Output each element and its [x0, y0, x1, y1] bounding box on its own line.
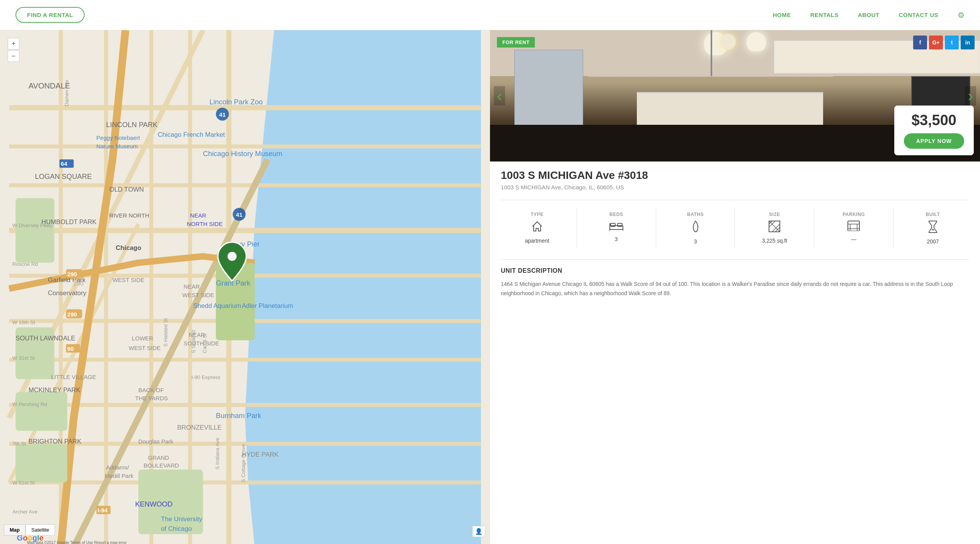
- settings-icon[interactable]: ⚙: [958, 10, 965, 20]
- svg-text:LOGAN SQUARE: LOGAN SQUARE: [35, 172, 92, 180]
- map-panel: AVONDALE LOGAN SQUARE HUMBOLDT PARK Garf…: [0, 30, 490, 544]
- svg-text:S Halsted St: S Halsted St: [163, 318, 168, 347]
- navigation: HOME RENTALS ABOUT CONTACT US ⚙: [773, 10, 965, 20]
- svg-text:NEAR: NEAR: [190, 212, 206, 219]
- header: FIND A RENTAL HOME RENTALS ABOUT CONTACT…: [0, 0, 980, 30]
- svg-text:Peggy Notebaert: Peggy Notebaert: [96, 134, 140, 141]
- svg-text:Roscoe Rd: Roscoe Rd: [12, 261, 38, 267]
- apply-now-button[interactable]: APPLY NOW: [904, 133, 964, 149]
- map-footer: Map data ©2017 Google Terms of Use Repor…: [27, 541, 127, 544]
- stats-row: TYPE apartment BEDS: [490, 200, 980, 256]
- listing-image-wrap: FOR RENT f G+ t in ‹ › $3,500 APPLY NOW: [490, 30, 980, 162]
- find-rental-button[interactable]: FIND A RENTAL: [15, 7, 85, 23]
- description-title: UNIT DESCRIPTION: [501, 267, 969, 274]
- stat-beds: BEDS 3: [577, 208, 656, 248]
- home-icon: [531, 220, 543, 235]
- svg-text:I-94: I-94: [98, 507, 108, 513]
- stat-built-value: 2007: [927, 238, 939, 245]
- stat-size: SIZE 3,225 sq.ft: [735, 208, 814, 248]
- zoom-out-button[interactable]: −: [8, 50, 19, 62]
- svg-rect-22: [15, 444, 67, 482]
- svg-text:Lincoln Park Zoo: Lincoln Park Zoo: [209, 98, 263, 106]
- svg-rect-20: [15, 198, 54, 263]
- svg-text:WEST SIDE: WEST SIDE: [112, 277, 145, 283]
- svg-text:W Pershing Rd: W Pershing Rd: [12, 401, 47, 407]
- googleplus-button[interactable]: G+: [929, 36, 943, 49]
- svg-text:Nature Museum: Nature Museum: [96, 143, 138, 150]
- stat-baths-value: 3: [694, 238, 697, 245]
- stat-type: TYPE apartment: [498, 208, 577, 248]
- svg-text:7th St: 7th St: [12, 441, 26, 447]
- bath-icon: [690, 220, 701, 235]
- svg-text:of Chicago: of Chicago: [161, 525, 192, 532]
- map-container[interactable]: AVONDALE LOGAN SQUARE HUMBOLDT PARK Garf…: [0, 30, 490, 544]
- svg-text:NORTH SIDE: NORTH SIDE: [187, 221, 223, 227]
- svg-text:WEST SIDE: WEST SIDE: [129, 345, 161, 351]
- svg-text:KENWOOD: KENWOOD: [135, 500, 173, 508]
- svg-text:Douglas Park: Douglas Park: [138, 438, 174, 445]
- stat-built: BUILT 2007: [893, 208, 972, 248]
- bed-icon: [609, 220, 624, 233]
- facebook-button[interactable]: f: [913, 36, 927, 49]
- svg-text:I-90 Express: I-90 Express: [191, 374, 220, 380]
- svg-text:90: 90: [67, 345, 74, 352]
- map-view-button[interactable]: Map: [4, 524, 26, 536]
- svg-text:Canal St: Canal St: [202, 333, 208, 354]
- description-section: UNIT DESCRIPTION 1464 S Michigan Avenue …: [490, 260, 980, 310]
- stat-beds-value: 3: [615, 236, 618, 242]
- svg-text:Chicago: Chicago: [116, 244, 141, 252]
- nav-contact[interactable]: CONTACT US: [899, 12, 938, 18]
- svg-point-76: [228, 252, 236, 261]
- svg-text:WEST SIDE: WEST SIDE: [182, 292, 214, 298]
- nav-about[interactable]: ABOUT: [858, 12, 880, 18]
- svg-text:THE YARDS: THE YARDS: [135, 395, 168, 401]
- twitter-button[interactable]: t: [945, 36, 959, 49]
- svg-text:S Cottage Grove: S Cottage Grove: [240, 444, 246, 483]
- carousel-next-button[interactable]: ›: [965, 86, 976, 105]
- svg-text:W 51st St: W 51st St: [12, 480, 35, 486]
- svg-text:41: 41: [219, 111, 226, 118]
- address-block: 1003 S MICHIGAN Ave #3018 1003 S MICHIGA…: [501, 169, 648, 190]
- main-layout: AVONDALE LOGAN SQUARE HUMBOLDT PARK Garf…: [0, 30, 980, 544]
- zoom-in-button[interactable]: +: [8, 38, 19, 49]
- stat-beds-label: BEDS: [609, 212, 623, 217]
- svg-text:Medill Park: Medill Park: [105, 473, 134, 479]
- svg-text:Burnham Park: Burnham Park: [216, 411, 262, 420]
- satellite-view-button[interactable]: Satellite: [26, 524, 55, 536]
- svg-text:Addams/: Addams/: [106, 464, 129, 471]
- svg-text:Chicago French Market: Chicago French Market: [158, 131, 225, 138]
- description-text: 1464 S Michigan Avenue Chicago IL 60605 …: [501, 280, 969, 298]
- svg-text:Shedd Aquarium: Shedd Aquarium: [193, 302, 241, 309]
- svg-text:64: 64: [61, 160, 67, 167]
- price-block: $3,500 APPLY NOW: [894, 105, 974, 155]
- property-title: 1003 S MICHIGAN Ave #3018: [501, 169, 648, 182]
- svg-text:S State St: S State St: [191, 330, 196, 354]
- svg-text:BRIGHTON PARK: BRIGHTON PARK: [29, 438, 82, 445]
- streetview-icon[interactable]: 👤: [472, 526, 485, 537]
- linkedin-button[interactable]: in: [961, 36, 975, 49]
- parking-icon: [847, 220, 860, 233]
- svg-text:41: 41: [236, 211, 243, 218]
- svg-text:Adler Planetarium: Adler Planetarium: [242, 302, 293, 309]
- svg-text:Damen Ave: Damen Ave: [64, 80, 70, 106]
- hourglass-icon: [928, 220, 938, 235]
- social-buttons: f G+ t in: [913, 36, 975, 49]
- svg-text:The University: The University: [161, 515, 202, 523]
- stat-parking: PARKING —: [814, 208, 893, 248]
- map-type-bar: Map Satellite: [4, 524, 55, 536]
- detail-panel: FOR RENT f G+ t in ‹ › $3,500 APPLY NOW …: [490, 30, 980, 544]
- svg-text:290: 290: [74, 280, 83, 287]
- svg-text:Archer Ave: Archer Ave: [12, 509, 37, 515]
- stat-size-value: 3,225 sq.ft: [762, 238, 787, 244]
- carousel-prev-button[interactable]: ‹: [494, 86, 505, 105]
- map-svg: AVONDALE LOGAN SQUARE HUMBOLDT PARK Garf…: [0, 30, 490, 544]
- stat-type-value: apartment: [525, 238, 549, 244]
- svg-text:BRONZEVILLE: BRONZEVILLE: [177, 424, 221, 431]
- nav-rentals[interactable]: RENTALS: [810, 12, 839, 18]
- nav-home[interactable]: HOME: [773, 12, 791, 18]
- for-rent-badge: FOR RENT: [497, 37, 535, 48]
- svg-text:LOWER: LOWER: [132, 335, 153, 342]
- svg-text:Conservatory: Conservatory: [48, 289, 87, 297]
- address-row: 1003 S MICHIGAN Ave #3018 1003 S MICHIGA…: [490, 162, 980, 190]
- map-controls: + −: [8, 38, 19, 62]
